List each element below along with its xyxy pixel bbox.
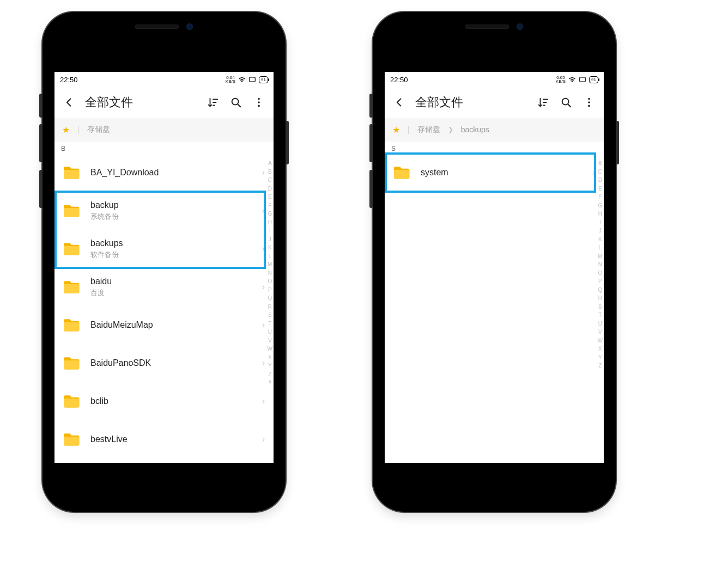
alpha-index-letter[interactable]: M [598, 252, 602, 261]
folder-row[interactable]: bestvLive› [54, 420, 274, 458]
folder-list[interactable]: BA_YI_Download›backup系统备份›backups软件备份›ba… [54, 154, 274, 458]
alpha-index-letter[interactable]: O [268, 277, 272, 286]
alpha-index-letter[interactable]: N [268, 269, 272, 278]
search-button[interactable] [227, 93, 245, 112]
alpha-index-letter[interactable]: A [268, 159, 272, 168]
screen: 22:50 0.04 KB/S 91 [54, 72, 274, 463]
alpha-index-letter[interactable]: X [598, 345, 602, 353]
alpha-index-letter[interactable]: Y [268, 362, 272, 370]
battery-percent: 91 [591, 77, 596, 82]
folder-row[interactable]: bclib› [54, 382, 274, 420]
alpha-index-letter[interactable]: F [268, 201, 271, 210]
alpha-index-letter[interactable]: M [268, 260, 272, 269]
alpha-index-letter[interactable]: C [598, 168, 602, 176]
side-button [369, 124, 373, 162]
phone-mockup-right: 22:50 0.05 KB/S 91 [373, 12, 616, 512]
folder-name: BA_YI_Download [90, 167, 252, 177]
alpha-index-letter[interactable]: B [268, 168, 272, 176]
folder-name: BaiduPanoSDK [90, 358, 252, 368]
alpha-index-letter[interactable]: Q [598, 286, 602, 295]
alpha-index-letter[interactable]: V [268, 336, 272, 345]
alpha-index-letter[interactable]: B [598, 159, 602, 168]
alpha-index-letter[interactable]: P [598, 277, 602, 286]
alpha-index-letter[interactable]: Z [268, 370, 271, 379]
alpha-index-letter[interactable]: I [269, 226, 271, 235]
alpha-index-letter[interactable]: H [598, 210, 602, 218]
section-header: B [54, 142, 274, 154]
folder-list[interactable]: system› [385, 154, 604, 192]
folder-labels: BaiduMeizuMap [90, 320, 252, 330]
alpha-index-letter[interactable]: C [268, 176, 272, 185]
favorite-icon[interactable]: ★ [392, 125, 400, 135]
page-title: 全部文件 [85, 94, 199, 111]
svg-point-4 [258, 101, 260, 103]
folder-row[interactable]: backups软件备份› [54, 230, 274, 268]
alpha-index-letter[interactable]: J [599, 226, 602, 235]
breadcrumb-item[interactable]: backups [461, 125, 489, 134]
alpha-index-letter[interactable]: I [599, 218, 601, 227]
breadcrumb-item[interactable]: 存储盘 [417, 125, 440, 134]
svg-point-1 [232, 99, 239, 105]
more-button[interactable] [580, 93, 598, 112]
alpha-index-letter[interactable]: J [269, 235, 271, 244]
alpha-index-letter[interactable]: W [268, 345, 272, 353]
alpha-index-letter[interactable]: # [268, 378, 271, 387]
alpha-index-letter[interactable]: V [598, 328, 602, 336]
svg-line-8 [568, 105, 571, 107]
sort-button[interactable] [204, 93, 222, 112]
breadcrumb-item[interactable]: 存储盘 [87, 125, 110, 134]
search-button[interactable] [557, 93, 575, 112]
alpha-index-letter[interactable]: D [598, 176, 602, 185]
folder-row[interactable]: BaiduPanoSDK› [54, 344, 274, 382]
alpha-index-letter[interactable]: U [598, 320, 602, 328]
chevron-right-icon: › [262, 434, 266, 444]
chevron-right-icon: ❯ [448, 126, 453, 133]
front-camera [186, 23, 193, 30]
side-button [369, 94, 373, 118]
folder-row[interactable]: baidu百度› [54, 268, 274, 306]
breadcrumb: ★ | 存储盘 ❯ backups [385, 118, 604, 142]
alpha-index-letter[interactable]: E [598, 185, 602, 193]
folder-row[interactable]: system› [385, 154, 604, 192]
folder-row[interactable]: BA_YI_Download› [54, 154, 274, 192]
alpha-index-letter[interactable]: Z [598, 362, 602, 370]
alpha-index-letter[interactable]: F [598, 193, 602, 201]
battery-icon: 91 [259, 76, 268, 83]
back-button[interactable] [60, 93, 78, 112]
alpha-index-letter[interactable]: H [268, 218, 272, 227]
folder-row[interactable]: BaiduMeizuMap› [54, 306, 274, 344]
alpha-index-letter[interactable]: D [268, 185, 272, 193]
chevron-right-icon: › [262, 206, 266, 216]
sort-button[interactable] [534, 93, 553, 112]
more-button[interactable] [250, 93, 268, 112]
alpha-index-letter[interactable]: L [268, 252, 271, 261]
alpha-index[interactable]: ABCDEFGHIJKLMNOPQRSTUVWXYZ# [268, 159, 272, 458]
alpha-index-letter[interactable]: U [268, 328, 272, 336]
alpha-index-letter[interactable]: T [598, 311, 602, 320]
alpha-index-letter[interactable]: G [598, 201, 602, 210]
svg-point-9 [588, 98, 590, 100]
alpha-index-letter[interactable]: W [598, 336, 603, 345]
favorite-icon[interactable]: ★ [62, 125, 70, 135]
folder-name: bclib [90, 396, 252, 406]
alpha-index[interactable]: BCDEFGHIJKLMNOPQRSTUVWXYZ [598, 159, 603, 458]
alpha-index-letter[interactable]: G [268, 210, 272, 218]
alpha-index-letter[interactable]: L [598, 243, 602, 252]
folder-row[interactable]: backup系统备份› [54, 192, 274, 230]
alpha-index-letter[interactable]: K [268, 243, 272, 252]
alpha-index-letter[interactable]: R [598, 294, 602, 303]
alpha-index-letter[interactable]: X [268, 353, 272, 362]
alpha-index-letter[interactable]: O [598, 269, 602, 278]
alpha-index-letter[interactable]: P [268, 286, 272, 295]
alpha-index-letter[interactable]: Y [598, 353, 602, 362]
alpha-index-letter[interactable]: S [598, 303, 602, 311]
back-button[interactable] [390, 93, 409, 112]
phone-bezel-top [43, 12, 286, 72]
alpha-index-letter[interactable]: K [598, 235, 602, 244]
alpha-index-letter[interactable]: S [268, 311, 272, 320]
alpha-index-letter[interactable]: Q [268, 294, 272, 303]
alpha-index-letter[interactable]: E [268, 193, 272, 201]
alpha-index-letter[interactable]: T [268, 320, 271, 328]
alpha-index-letter[interactable]: N [598, 260, 602, 269]
alpha-index-letter[interactable]: R [268, 303, 272, 311]
